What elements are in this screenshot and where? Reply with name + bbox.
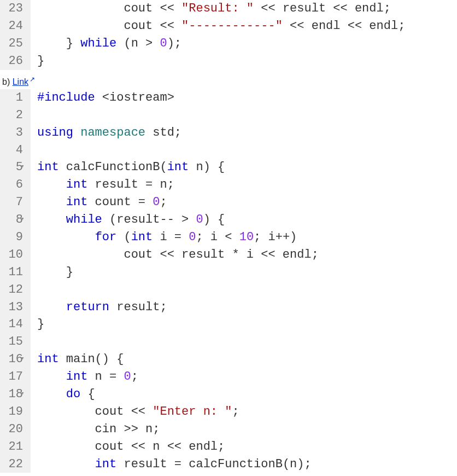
code-line: 26} xyxy=(0,53,457,70)
line-number-gutter: 9 xyxy=(0,229,31,246)
section-link[interactable]: Link xyxy=(13,77,28,86)
code-line: 7 int count = 0; xyxy=(0,194,457,211)
code-line: 24 cout << "------------" << endl << end… xyxy=(0,18,457,35)
line-number-gutter: 18▾ xyxy=(0,386,31,403)
line-number-gutter: 12 xyxy=(0,281,31,299)
line-number-gutter: 11 xyxy=(0,264,31,281)
section-link-text: Link xyxy=(13,77,28,86)
code-line: 16▾int main() { xyxy=(0,351,457,368)
line-number-gutter: 6 xyxy=(0,176,31,194)
code-content: } xyxy=(31,316,44,333)
code-content: cout << "Result: " << result << endl; xyxy=(31,0,391,18)
code-content: cout << "Enter n: "; xyxy=(31,403,239,421)
code-content: for (int i = 0; i < 10; i++) xyxy=(31,229,297,246)
external-link-icon: ↗ xyxy=(30,76,35,83)
code-content: #include <iostream> xyxy=(31,89,174,107)
line-number-gutter: 7 xyxy=(0,194,31,211)
code-line: 3using namespace std; xyxy=(0,124,457,142)
label-prefix: b) xyxy=(2,77,13,86)
line-number-gutter: 13 xyxy=(0,299,31,316)
line-number-gutter: 22 xyxy=(0,456,31,473)
line-number-gutter: 3 xyxy=(0,124,31,142)
code-line: 12 xyxy=(0,281,457,299)
line-number-gutter: 26 xyxy=(0,53,31,70)
code-content: while (result-- > 0) { xyxy=(31,211,225,229)
code-content: } while (n > 0); xyxy=(31,35,181,53)
code-line: 11 } xyxy=(0,264,457,281)
code-content: int count = 0; xyxy=(31,194,167,211)
code-content: using namespace std; xyxy=(31,124,181,142)
code-content: int result = calcFunctionB(n); xyxy=(31,456,312,473)
code-line: 25 } while (n > 0); xyxy=(0,35,457,53)
code-content: cin >> n; xyxy=(31,421,160,438)
line-number-gutter: 16▾ xyxy=(0,351,31,368)
code-line: 19 cout << "Enter n: "; xyxy=(0,403,457,421)
code-content: int result = n; xyxy=(31,176,174,194)
code-content: int main() { xyxy=(31,351,124,368)
code-line: 10 cout << result * i << endl; xyxy=(0,246,457,264)
code-content: cout << "------------" << endl << endl; xyxy=(31,18,405,35)
code-line: 21 cout << n << endl; xyxy=(0,438,457,456)
code-line: 6 int result = n; xyxy=(0,176,457,194)
code-content: cout << n << endl; xyxy=(31,438,225,456)
line-number-gutter: 21 xyxy=(0,438,31,456)
line-number-gutter: 20 xyxy=(0,421,31,438)
code-line: 20 cin >> n; xyxy=(0,421,457,438)
line-number-gutter: 19 xyxy=(0,403,31,421)
line-number-gutter: 2 xyxy=(0,107,31,124)
code-content: return result; xyxy=(31,299,167,316)
line-number-gutter: 14 xyxy=(0,316,31,333)
line-number-gutter: 8▾ xyxy=(0,211,31,229)
line-number-gutter: 1 xyxy=(0,89,31,107)
code-content: do { xyxy=(31,386,95,403)
code-line: 1#include <iostream> xyxy=(0,89,457,107)
line-number-gutter: 15 xyxy=(0,333,31,351)
line-number-gutter: 23 xyxy=(0,0,31,18)
line-number-gutter: 17 xyxy=(0,368,31,386)
code-content: cout << result * i << endl; xyxy=(31,246,319,264)
code-block-b: 1#include <iostream>23using namespace st… xyxy=(0,89,457,473)
code-line: 14} xyxy=(0,316,457,333)
code-content: int calcFunctionB(int n) { xyxy=(31,159,225,176)
code-content: } xyxy=(31,53,44,70)
line-number-gutter: 25 xyxy=(0,35,31,53)
code-line: 13 return result; xyxy=(0,299,457,316)
code-line: 17 int n = 0; xyxy=(0,368,457,386)
code-content: int n = 0; xyxy=(31,368,138,386)
line-number-gutter: 10 xyxy=(0,246,31,264)
code-line: 23 cout << "Result: " << result << endl; xyxy=(0,0,457,18)
line-number-gutter: 4 xyxy=(0,142,31,159)
code-content: } xyxy=(31,264,73,281)
code-line: 9 for (int i = 0; i < 10; i++) xyxy=(0,229,457,246)
code-line: 4 xyxy=(0,142,457,159)
code-line: 15 xyxy=(0,333,457,351)
code-line: 18▾ do { xyxy=(0,386,457,403)
code-line: 8▾ while (result-- > 0) { xyxy=(0,211,457,229)
line-number-gutter: 5▾ xyxy=(0,159,31,176)
line-number-gutter: 24 xyxy=(0,18,31,35)
code-line: 2 xyxy=(0,107,457,124)
code-block-a: 23 cout << "Result: " << result << endl;… xyxy=(0,0,457,70)
section-label-b: b) Link↗ xyxy=(0,70,457,89)
code-line: 22 int result = calcFunctionB(n); xyxy=(0,456,457,473)
code-line: 5▾int calcFunctionB(int n) { xyxy=(0,159,457,176)
